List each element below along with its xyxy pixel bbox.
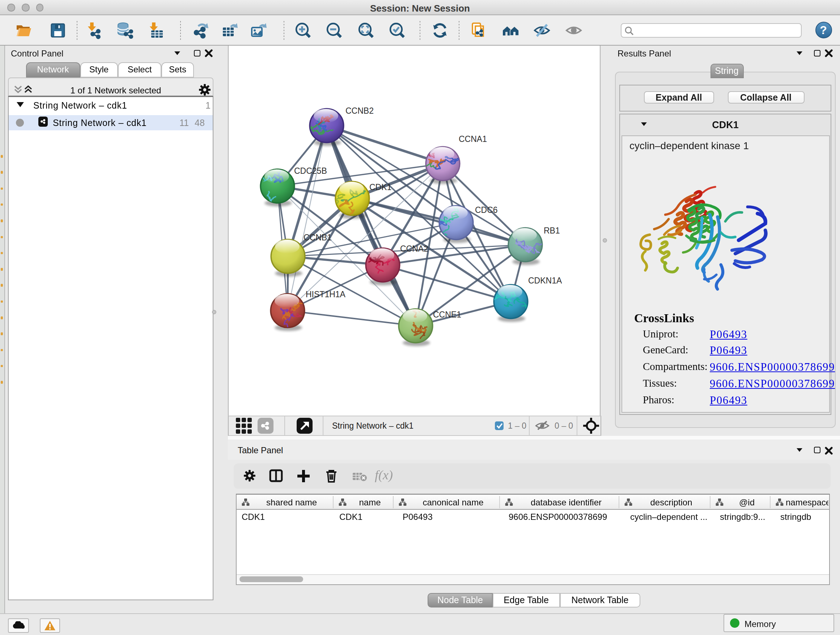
svg-text:CCNB1: CCNB1 xyxy=(303,233,332,242)
svg-text:CDC6: CDC6 xyxy=(475,205,498,214)
svg-text:CDK1: CDK1 xyxy=(369,182,392,192)
svg-text:HIST1H1A: HIST1H1A xyxy=(306,289,346,299)
svg-text:RB1: RB1 xyxy=(544,226,560,235)
svg-text:CCNB2: CCNB2 xyxy=(346,106,374,115)
svg-text:CCNA2: CCNA2 xyxy=(400,244,428,253)
svg-text:CDKN1A: CDKN1A xyxy=(528,276,562,285)
svg-text:CCNA1: CCNA1 xyxy=(459,134,487,143)
svg-text:CCNE1: CCNE1 xyxy=(433,310,461,319)
svg-text:CDC25B: CDC25B xyxy=(294,166,327,175)
